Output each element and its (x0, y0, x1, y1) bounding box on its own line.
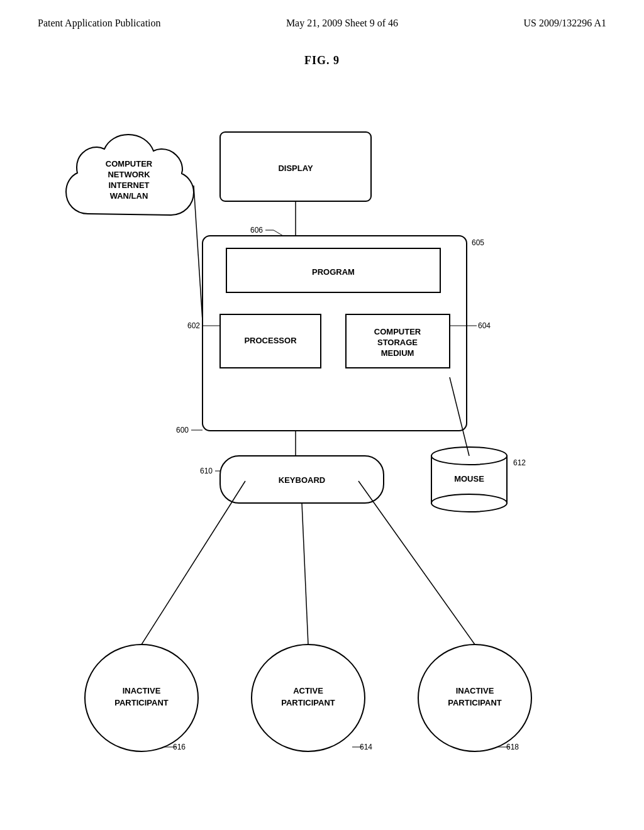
label-606: 606 (250, 226, 263, 235)
active-label-line2: PARTICIPANT (281, 698, 335, 707)
page-header: Patent Application Publication May 21, 2… (0, 0, 644, 29)
inactive-left-label-line1: INACTIVE (123, 686, 161, 695)
active-label-line1: ACTIVE (293, 686, 323, 695)
storage-label-line3: MEDIUM (381, 348, 414, 358)
keyboard-label: KEYBOARD (279, 475, 325, 485)
figure-title: FIG. 9 (0, 54, 644, 67)
svg-line-17 (142, 481, 245, 645)
inactive-right-label-line1: INACTIVE (456, 686, 494, 695)
label-612: 612 (513, 458, 526, 467)
display-label: DISPLAY (278, 163, 313, 173)
mouse-node: MOUSE (431, 447, 507, 512)
diagram: COMPUTER NETWORK INTERNET WAN/LAN DISPLA… (38, 69, 606, 792)
label-600: 600 (176, 426, 189, 434)
label-604: 604 (478, 321, 491, 330)
header-left: Patent Application Publication (38, 18, 161, 29)
storage-node: COMPUTER STORAGE MEDIUM (346, 314, 450, 368)
storage-label-line2: STORAGE (377, 338, 418, 347)
cloud-label-line1: COMPUTER (106, 159, 153, 169)
processor-label: PROCESSOR (244, 336, 297, 345)
inactive-right-label-line2: PARTICIPANT (448, 698, 502, 707)
label-610: 610 (200, 467, 213, 475)
svg-point-10 (431, 494, 507, 512)
inactive-left-label-line2: PARTICIPANT (114, 698, 169, 707)
svg-line-5 (194, 185, 203, 321)
display-node: DISPLAY (220, 132, 371, 201)
header-center: May 21, 2009 Sheet 9 of 46 (286, 18, 398, 29)
mouse-label: MOUSE (454, 474, 484, 484)
keyboard-node: KEYBOARD (220, 456, 384, 503)
diagram-svg: COMPUTER NETWORK INTERNET WAN/LAN DISPLA… (38, 69, 606, 792)
cloud-label-line4: WAN/LAN (110, 191, 148, 201)
cloud-label-line3: INTERNET (109, 180, 150, 190)
label-605: 605 (472, 238, 484, 247)
inactive-right-node: INACTIVE PARTICIPANT (418, 645, 531, 751)
active-participant-node: ACTIVE PARTICIPANT (252, 645, 365, 751)
processor-node: PROCESSOR (220, 314, 321, 368)
program-node: PROGRAM (226, 248, 440, 292)
cloud-label-line2: NETWORK (108, 170, 150, 179)
program-label: PROGRAM (312, 267, 355, 277)
cloud-node: COMPUTER NETWORK INTERNET WAN/LAN (66, 135, 194, 215)
label-602: 602 (187, 321, 200, 330)
storage-label-line1: COMPUTER (374, 327, 421, 336)
inactive-left-node: INACTIVE PARTICIPANT (85, 645, 198, 751)
svg-line-16 (302, 503, 308, 645)
header-right: US 2009/132296 A1 (523, 18, 606, 29)
